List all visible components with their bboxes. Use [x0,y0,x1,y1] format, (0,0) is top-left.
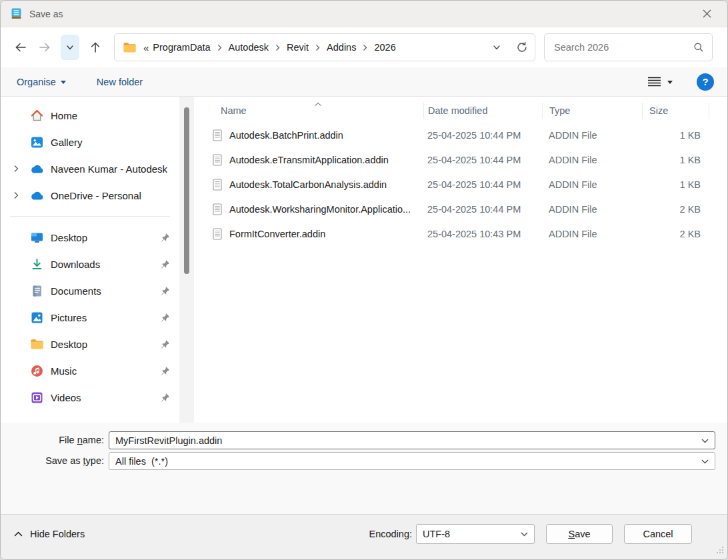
sidebar-separator [10,216,170,217]
back-arrow-icon [13,40,28,55]
sidebar-item-onedrive-autodesk[interactable]: Naveen Kumar - Autodesk [1,155,179,182]
close-icon [702,9,712,19]
title-bar: Save as [1,1,727,27]
onedrive-icon [30,162,44,176]
file-row[interactable]: Autodesk.TotalCarbonAnalysis.addin 25-04… [194,172,727,197]
chevron-right-icon[interactable] [270,44,285,51]
column-header-spacer [709,103,725,119]
sidebar-item-music[interactable]: Music [1,357,179,384]
close-button[interactable] [697,4,717,24]
sidebar-scrollbar[interactable] [179,97,194,423]
save-as-dialog: Save as « ProgramData Autodesk Revit [0,0,728,560]
folder-icon [30,337,44,351]
organise-button[interactable]: Organise [17,77,66,87]
sidebar-item-label: Pictures [51,312,87,323]
chevron-right-icon[interactable] [13,165,19,173]
hide-folders-button[interactable]: Hide Folders [14,524,85,544]
sidebar-item-label: Desktop [51,232,87,243]
chevron-down-icon[interactable] [701,459,709,465]
chevron-right-icon[interactable] [310,44,325,51]
address-dropdown-button[interactable] [492,43,501,52]
search-input[interactable] [554,42,693,53]
document-icon [30,284,44,298]
breadcrumb-item[interactable]: ProgramData [151,42,211,53]
file-name-combo [109,431,715,449]
recent-locations-button[interactable] [61,35,79,60]
sidebar-item-videos[interactable]: Videos [1,384,179,411]
file-type: ADDIN File [542,204,642,215]
file-row[interactable]: FormItConverter.addin 25-04-2025 10:43 P… [194,221,727,246]
encoding-select[interactable]: UTF-8 [416,524,535,544]
save-as-type-label: Save as type: [1,452,104,470]
file-row[interactable]: Autodesk.WorksharingMonitor.Applicatio..… [194,197,727,221]
file-type: ADDIN File [542,179,642,190]
file-date-modified: 25-04-2025 10:43 PM [423,229,542,239]
sidebar-item-label: Home [51,110,77,121]
chevron-right-icon[interactable] [357,44,373,51]
breadcrumb-item[interactable]: 2026 [373,42,397,53]
scrollbar-thumb[interactable] [184,107,189,274]
music-icon [30,364,44,378]
breadcrumb-overflow[interactable]: « [143,42,149,53]
column-header-name[interactable]: Name [194,103,423,119]
column-header-type[interactable]: Type [542,103,642,119]
refresh-button[interactable] [516,41,528,53]
cancel-button[interactable]: Cancel [624,524,692,544]
sidebar-item-label: Music [51,365,77,377]
save-button[interactable]: Save [546,524,613,544]
file-type: ADDIN File [542,155,642,165]
pin-icon [160,259,170,269]
file-size: 1 KB [642,155,709,165]
sidebar-item-desktop[interactable]: Desktop [1,224,179,251]
monitor-icon [30,231,44,245]
sidebar-item-home[interactable]: Home [1,102,179,129]
window-title: Save as [29,9,63,19]
file-type: ADDIN File [542,229,642,239]
view-options-button[interactable] [644,74,677,89]
address-bar[interactable]: « ProgramData Autodesk Revit Addins 2026 [114,33,535,61]
breadcrumb-item[interactable]: Addins [325,42,357,53]
navigation-bar: « ProgramData Autodesk Revit Addins 2026 [1,27,727,67]
sidebar-item-label: Videos [51,392,81,403]
chevron-right-icon[interactable] [13,191,19,199]
breadcrumb-item[interactable]: Autodesk [227,42,270,53]
file-date-modified: 25-04-2025 10:44 PM [423,130,542,141]
file-name-input[interactable] [109,431,715,449]
chevron-down-icon[interactable] [701,438,709,444]
videos-icon [30,391,44,405]
sidebar-item-onedrive-personal[interactable]: OneDrive - Personal [1,182,179,209]
file-list: Name Date modified Type Size Autodesk.Ba… [194,97,727,423]
back-button[interactable] [9,35,33,60]
forward-button[interactable] [33,35,57,60]
navigation-pane: Home Gallery Naveen Kumar - Autodesk [1,97,179,423]
organise-label: Organise [17,77,56,87]
new-folder-label: New folder [97,77,143,87]
sidebar-item-desktop-folder[interactable]: Desktop [1,331,179,357]
file-size: 1 KB [642,130,709,141]
sidebar-item-gallery[interactable]: Gallery [1,129,179,155]
up-button[interactable] [83,35,107,60]
forward-arrow-icon [37,40,52,55]
file-name-panel: File name: Save as type: All files (*.*) [1,423,727,514]
chevron-right-icon[interactable] [212,44,227,51]
sidebar-item-documents[interactable]: Documents [1,277,179,304]
resize-grip-icon[interactable] [716,545,724,556]
sidebar-item-downloads[interactable]: Downloads [1,251,179,277]
sidebar-item-label: Gallery [51,137,83,148]
sidebar-item-label: OneDrive - Personal [51,190,141,201]
column-header-date-modified[interactable]: Date modified [423,103,542,119]
help-button[interactable]: ? [697,73,714,91]
sidebar-item-label: Downloads [51,259,100,270]
search-box[interactable] [544,33,713,61]
file-row[interactable]: Autodesk.eTransmitApplication.addin 25-0… [194,147,727,172]
chevron-down-icon[interactable] [520,531,529,537]
column-header-size[interactable]: Size [642,103,709,119]
file-row[interactable]: Autodesk.BatchPrint.addin 25-04-2025 10:… [194,123,727,147]
pin-icon [160,339,170,349]
file-type: ADDIN File [542,130,642,141]
sidebar-item-pictures[interactable]: Pictures [1,304,179,331]
save-as-type-select[interactable]: All files (*.*) [109,452,715,470]
gallery-icon [30,135,44,149]
breadcrumb-item[interactable]: Revit [285,42,310,53]
new-folder-button[interactable]: New folder [97,77,143,87]
